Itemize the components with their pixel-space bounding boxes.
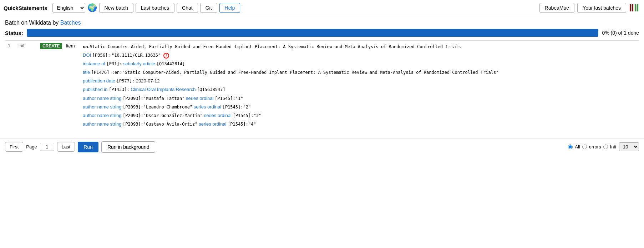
header: QuickStatements English Deutsch Français… xyxy=(0,0,644,16)
help-button[interactable]: Help xyxy=(219,3,240,13)
run-background-button[interactable]: Run in background xyxy=(101,141,156,153)
globe-icon[interactable]: 🌍 xyxy=(87,3,97,12)
status-text: 0% (0) of 1 done xyxy=(602,30,639,36)
pub-date-link[interactable]: publication date xyxy=(83,78,115,83)
published-in-line: published in [P1433]: Clinical Oral Impl… xyxy=(83,86,636,93)
svg-rect-0 xyxy=(630,4,631,11)
svg-rect-4 xyxy=(635,4,636,11)
svg-rect-2 xyxy=(632,4,633,11)
batch-title: Batch on Wikidata by Batches xyxy=(5,20,639,26)
row-status: init xyxy=(16,41,37,131)
filter-init-label[interactable]: Init xyxy=(610,144,616,150)
last-button[interactable]: Last xyxy=(57,142,75,152)
filter-all-label[interactable]: All xyxy=(575,144,580,150)
progress-bar-fill xyxy=(27,29,599,37)
author-4-line: author name string [P2093]:"Gustavo Avil… xyxy=(83,120,636,128)
per-page-select[interactable]: 10 25 50 100 xyxy=(619,142,639,151)
author-3-line: author name string [P2093]:"Oscar Gonzál… xyxy=(83,112,636,120)
batches-link[interactable]: Batches xyxy=(60,20,81,26)
title-prop-link[interactable]: title xyxy=(83,70,90,75)
series-ordinal-link-1[interactable]: series ordinal xyxy=(186,96,213,101)
progress-bar-container xyxy=(27,29,599,37)
published-in-link[interactable]: published in xyxy=(83,87,107,92)
new-batch-button[interactable]: New batch xyxy=(99,3,133,13)
first-button[interactable]: First xyxy=(5,142,23,152)
svg-rect-7 xyxy=(639,4,639,11)
doi-line: DOI [P356]: "10.1111/CLR.13635" ! xyxy=(83,51,636,59)
filter-init-radio[interactable] xyxy=(603,145,608,149)
journal-link[interactable]: Clinical Oral Implants Research xyxy=(131,87,196,92)
row-number: 1 xyxy=(5,41,16,131)
row-action: CREATE Item xyxy=(37,41,80,131)
item-title-line: en:Static Computer-Aided, Partially Guid… xyxy=(83,43,636,51)
footer: First Page Last Run Run in background Al… xyxy=(0,138,644,156)
filter-all-radio[interactable] xyxy=(568,145,573,149)
series-ordinal-link-2[interactable]: series ordinal xyxy=(194,104,221,110)
page-input[interactable] xyxy=(40,143,54,151)
batch-table: 1 init CREATE Item en:Static Computer-Ai… xyxy=(5,40,639,131)
last-batches-button[interactable]: Last batches xyxy=(136,3,174,13)
author-name-string-link-1[interactable]: author name string xyxy=(83,96,121,101)
status-row: Status: 0% (0) of 1 done xyxy=(5,29,639,37)
svg-rect-5 xyxy=(636,4,637,11)
wikidata-logo-icon xyxy=(629,2,640,14)
footer-right: All errors Init 10 25 50 100 xyxy=(568,142,639,151)
run-button[interactable]: Run xyxy=(78,142,98,152)
author-name-string-link-3[interactable]: author name string xyxy=(83,113,121,118)
user-button[interactable]: RabeaMue xyxy=(539,3,575,13)
create-badge: CREATE xyxy=(40,43,62,49)
instance-of-link[interactable]: instance of xyxy=(83,61,105,66)
title-prop-line: title [P1476] :en:"Static Computer-Aided… xyxy=(83,69,636,76)
series-ordinal-link-4[interactable]: series ordinal xyxy=(199,121,226,127)
chat-button[interactable]: Chat xyxy=(177,3,198,13)
page-content: Batch on Wikidata by Batches Status: 0% … xyxy=(0,16,644,138)
svg-rect-3 xyxy=(634,4,634,11)
action-type: Item xyxy=(66,43,75,49)
filter-errors-radio[interactable] xyxy=(582,145,587,149)
doi-error-icon: ! xyxy=(163,53,169,59)
author-name-string-link-2[interactable]: author name string xyxy=(83,104,121,110)
author-1-line: author name string [P2093]:"Mustafa Tatt… xyxy=(83,95,636,102)
doi-link[interactable]: DOI xyxy=(83,52,91,58)
instance-of-line: instance of [P31]: scholarly article [Q1… xyxy=(83,60,636,68)
filter-radio-group: All errors Init xyxy=(568,144,616,150)
pub-date-value: 2020-07-12 xyxy=(136,78,160,83)
language-select[interactable]: English Deutsch Français Español xyxy=(52,3,85,13)
series-ordinal-link-3[interactable]: series ordinal xyxy=(204,113,232,118)
author-name-string-link-4[interactable]: author name string xyxy=(83,121,121,127)
header-right: RabeaMue Your last batches xyxy=(539,2,640,14)
table-row: 1 init CREATE Item en:Static Computer-Ai… xyxy=(5,41,639,131)
filter-errors-label[interactable]: errors xyxy=(589,144,601,150)
status-label: Status: xyxy=(5,30,23,36)
svg-rect-1 xyxy=(631,4,632,11)
page-label: Page xyxy=(26,144,37,150)
pub-date-line: publication date [P577]: 2020-07-12 xyxy=(83,77,636,85)
app-title: QuickStatements xyxy=(4,5,47,11)
author-2-line: author name string [P2093]:"Leandro Cham… xyxy=(83,103,636,111)
scholarly-article-link[interactable]: scholarly article xyxy=(123,61,155,66)
svg-rect-6 xyxy=(637,4,638,11)
your-batches-button[interactable]: Your last batches xyxy=(577,3,626,13)
row-detail: en:Static Computer-Aided, Partially Guid… xyxy=(80,41,639,131)
git-button[interactable]: Git xyxy=(200,3,217,13)
